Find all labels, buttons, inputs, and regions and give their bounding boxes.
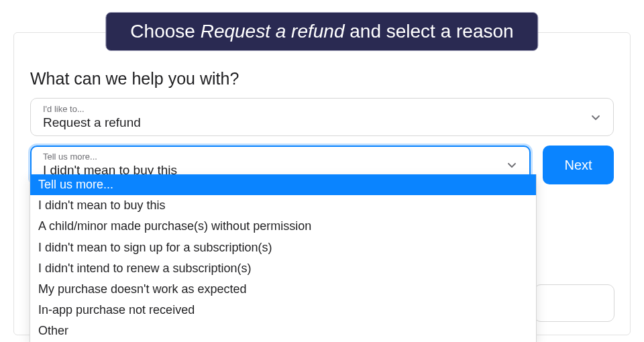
banner-text-italic: Request a refund (201, 21, 345, 42)
chevron-down-icon (590, 112, 601, 123)
action-select-value: Request a refund (43, 115, 584, 131)
dropdown-option[interactable]: My purchase doesn't work as expected (30, 279, 536, 300)
dropdown-option[interactable]: Tell us more... (30, 174, 536, 195)
select-row-1: I'd like to... Request a refund (30, 98, 614, 136)
next-button[interactable]: Next (543, 146, 614, 184)
dropdown-option[interactable]: A child/minor made purchase(s) without p… (30, 216, 536, 237)
help-heading: What can we help you with? (30, 69, 614, 89)
chevron-down-icon (506, 160, 517, 170)
dropdown-option[interactable]: I didn't mean to buy this (30, 195, 536, 216)
reason-select-label: Tell us more... (43, 152, 500, 162)
dropdown-option[interactable]: Other (30, 321, 536, 341)
secondary-box (534, 284, 614, 322)
dropdown-option[interactable]: In-app purchase not received (30, 300, 536, 321)
dropdown-option[interactable]: I didn't mean to sign up for a subscript… (30, 237, 536, 258)
banner-text-post: and select a reason (344, 21, 513, 42)
action-select-label: I'd like to... (43, 104, 584, 115)
dropdown-option[interactable]: I didn't intend to renew a subscription(… (30, 258, 536, 279)
instruction-banner: Choose Request a refund and select a rea… (105, 12, 538, 51)
action-select[interactable]: I'd like to... Request a refund (30, 98, 614, 136)
banner-text-pre: Choose (130, 21, 200, 42)
reason-dropdown[interactable]: Tell us more...I didn't mean to buy this… (30, 174, 537, 342)
